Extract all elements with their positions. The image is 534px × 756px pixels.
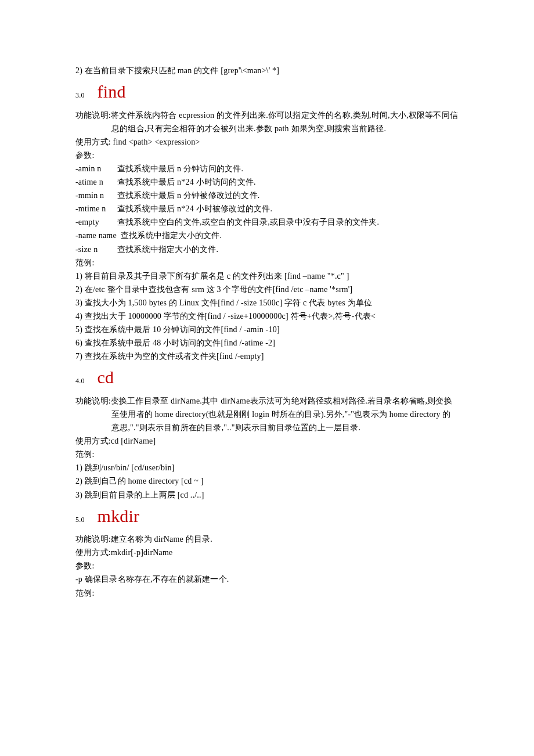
heading-mkdir: 5.0 mkdir <box>75 502 459 531</box>
find-usage: 使用方式: find <path> <expression> <box>75 135 459 149</box>
heading-title: mkdir <box>98 502 140 531</box>
heading-number: 4.0 <box>75 376 85 387</box>
example-line: 5) 查找在系统中最后 10 分钟访问的文件[find / -amin -10] <box>75 323 459 336</box>
cd-examples-heading: 范例: <box>75 448 459 461</box>
intro-example-line: 2) 在当前目录下搜索只匹配 man 的文件 [grep'\<man>\' *] <box>75 64 459 77</box>
section-cd: 4.0 cd 功能说明:变换工作目录至 dirName.其中 dirName表示… <box>75 363 459 501</box>
find-param-heading: 参数: <box>75 149 459 162</box>
param-name: -size n <box>75 243 117 256</box>
param-row: -empty 查找系统中空白的文件,或空白的文件目录,或目录中没有子目录的文件夹… <box>75 215 459 229</box>
param-name: -atime n <box>75 175 117 189</box>
example-line: 4) 查找出大于 10000000 字节的文件[find / -size+100… <box>75 309 459 323</box>
param-desc: 查找系统中最后 n 分钟访问的文件. <box>117 162 243 175</box>
param-row: -name name 查找系统中指定大小的文件. <box>75 229 459 242</box>
example-line: 7) 查找在系统中为空的文件或者文件夹[find /-empty] <box>75 350 459 363</box>
param-row: -size n 查找系统中指定大小的文件. <box>75 243 459 256</box>
heading-number: 3.0 <box>75 90 85 102</box>
example-line: 3) 跳到目前目录的上上两层 [cd ../..] <box>75 488 459 502</box>
param-row: -amin n 查找系统中最后 n 分钟访问的文件. <box>75 162 459 175</box>
heading-title: cd <box>98 363 114 392</box>
heading-cd: 4.0 cd <box>75 363 459 392</box>
find-examples-heading: 范例: <box>75 256 459 269</box>
param-row: -atime n 查找系统中最后 n*24 小时访问的文件. <box>75 175 459 189</box>
mkdir-param: -p 确保目录名称存在,不存在的就新建一个. <box>75 573 459 586</box>
param-desc: 查找系统中最后 n 分钟被修改过的文件. <box>117 189 260 202</box>
heading-find: 3.0 find <box>75 77 459 106</box>
document-page: 2) 在当前目录下搜索只匹配 man 的文件 [grep'\<man>\' *]… <box>0 0 534 756</box>
example-line: 2) 跳到自己的 home directory [cd ~ ] <box>75 474 459 488</box>
example-line: 2) 在/etc 整个目录中查找包含有 srm 这 3 个字母的文件[find … <box>75 283 459 296</box>
param-desc: 查找系统中最后 n*24 小时访问的文件. <box>117 175 256 189</box>
example-line: 3) 查找大小为 1,500 bytes 的 Linux 文件[find / -… <box>75 296 459 309</box>
example-line: 6) 查找在系统中最后 48 小时访问的文件[find /-atime -2] <box>75 336 459 350</box>
param-name: -mtime n <box>75 202 117 215</box>
param-name: -name name <box>75 229 121 242</box>
param-name: -empty <box>75 215 117 229</box>
param-desc: 查找系统中最后 n*24 小时被修改过的文件. <box>117 202 272 215</box>
mkdir-description: 功能说明:建立名称为 dirName 的目录. <box>75 532 459 546</box>
param-row: -mtime n 查找系统中最后 n*24 小时被修改过的文件. <box>75 202 459 215</box>
cd-usage: 使用方式:cd [dirName] <box>75 434 459 448</box>
heading-number: 5.0 <box>75 514 85 526</box>
param-desc: 查找系统中指定大小的文件. <box>117 243 218 256</box>
mkdir-usage: 使用方式:mkdir[-p]dirName <box>75 546 459 559</box>
example-line: 1) 将目前目录及其子目录下所有扩展名是 c 的文件列出来 [find –nam… <box>75 269 459 283</box>
example-line: 1) 跳到/usr/bin/ [cd/user/bin] <box>75 461 459 474</box>
param-desc: 查找系统中空白的文件,或空白的文件目录,或目录中没有子目录的文件夹. <box>117 215 379 229</box>
heading-title: find <box>98 77 126 106</box>
mkdir-param-heading: 参数: <box>75 559 459 573</box>
param-row: -mmin n 查找系统中最后 n 分钟被修改过的文件. <box>75 189 459 202</box>
param-name: -amin n <box>75 162 117 175</box>
mkdir-examples-heading: 范例: <box>75 586 459 600</box>
section-find: 3.0 find 功能说明:将文件系统内符合 ecpression 的文件列出来… <box>75 77 459 363</box>
section-mkdir: 5.0 mkdir 功能说明:建立名称为 dirName 的目录. 使用方式:m… <box>75 502 459 600</box>
param-name: -mmin n <box>75 189 117 202</box>
find-description: 功能说明:将文件系统内符合 ecpression 的文件列出来.你可以指定文件的… <box>75 109 459 135</box>
cd-description: 功能说明:变换工作目录至 dirName.其中 dirName表示法可为绝对路径… <box>75 394 459 434</box>
param-desc: 查找系统中指定大小的文件. <box>121 229 222 242</box>
